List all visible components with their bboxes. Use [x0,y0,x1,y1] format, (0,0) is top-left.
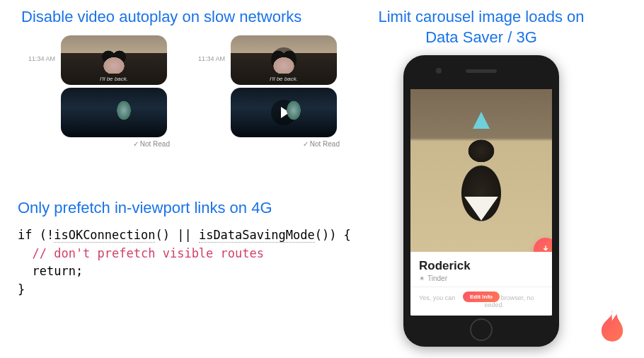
check-icon: ✓ [303,140,309,148]
source-icon: ✶ [419,275,425,282]
edit-info-button[interactable]: Edit Info [463,291,500,302]
home-button[interactable] [470,318,493,341]
chat-column-no-autoplay: 11:34 AM I'll be back. ✓Not Read [198,35,340,148]
video-caption: I'll be back. [231,76,337,82]
phone-speaker [466,69,497,73]
check-icon: ✓ [133,140,139,148]
chat-column-autoplay: 11:34 AM I'll be back. ✓Not Read [28,35,170,148]
profile-card-info: Roderick ✶ Tinder [410,252,552,287]
profile-description: Yes, you can in your browser, no eeded. … [410,287,552,316]
heading-prefetch: Only prefetch in-viewport links on 4G [18,198,272,219]
chat-message-video-1: I'll be back. [61,35,167,85]
chat-message-video-1-paused: I'll be back. [231,35,337,85]
heading-autoplay: Disable video autoplay on slow networks [21,7,301,28]
code-snippet: if (!isOKConnection() || isDataSavingMod… [18,226,351,299]
heading-carousel: Limit carousel image loads on Data Saver… [361,7,602,47]
tinder-logo-icon [593,307,630,344]
chat-timestamp: 11:34 AM [28,35,57,62]
read-status: ✓Not Read [28,140,170,148]
party-hat-graphic [473,112,490,129]
play-icon[interactable] [271,47,297,73]
chat-message-video-2 [61,88,167,137]
video-caption: I'll be back. [61,76,167,82]
phone-screen: Roderick ✶ Tinder Yes, you can in your b… [410,89,552,316]
play-icon[interactable] [271,100,297,125]
read-status: ✓Not Read [198,140,340,148]
profile-name: Roderick [419,259,544,273]
chat-comparison: 11:34 AM I'll be back. ✓Not Read 11:34 A… [28,35,340,148]
profile-photo[interactable] [410,89,552,252]
profile-source: ✶ Tinder [419,275,544,282]
phone-frame: Roderick ✶ Tinder Yes, you can in your b… [403,55,559,347]
phone-camera [436,68,442,74]
bandana-graphic [464,197,498,221]
chat-timestamp: 11:34 AM [198,35,226,62]
chat-message-video-2-paused [231,88,337,137]
